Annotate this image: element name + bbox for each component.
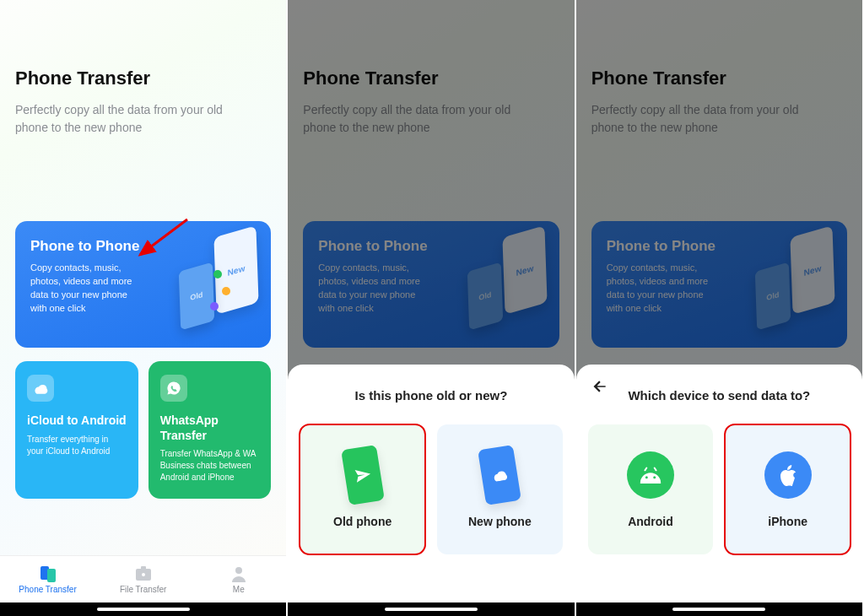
option-old-phone[interactable]: Old phone: [300, 424, 425, 554]
option-label: Android: [628, 515, 673, 528]
system-bar: [0, 602, 286, 616]
old-phone-icon: [338, 451, 387, 500]
whatsapp-icon: [160, 375, 187, 402]
nav-label: File Transfer: [120, 585, 167, 594]
card-title: iCloud to Android: [27, 413, 127, 429]
panel-step3: Phone Transfer Perfectly copy all the da…: [576, 0, 864, 616]
card-title: WhatsApp Transfer: [160, 413, 260, 443]
new-phone-icon: [475, 451, 524, 500]
back-button[interactable]: [590, 376, 610, 397]
option-android[interactable]: Android: [588, 424, 714, 554]
svg-point-7: [645, 476, 648, 478]
option-iphone[interactable]: iPhone: [725, 424, 850, 554]
nav-label: Phone Transfer: [19, 585, 76, 594]
phone-transfer-icon: [38, 565, 58, 583]
arrow-left-icon: [591, 378, 608, 395]
card-icloud-to-android[interactable]: iCloud to Android Transfer everything in…: [15, 361, 138, 499]
svg-point-6: [235, 567, 242, 574]
nav-phone-transfer[interactable]: Phone Transfer: [0, 556, 95, 602]
card-phone-to-phone[interactable]: Phone to Phone Copy contacts, music, pho…: [15, 221, 271, 348]
nav-me[interactable]: Me: [191, 556, 286, 602]
card-whatsapp-transfer[interactable]: WhatsApp Transfer Transfer WhatsApp & WA…: [148, 361, 272, 499]
option-new-phone[interactable]: New phone: [437, 424, 563, 554]
svg-rect-4: [141, 566, 146, 570]
sheet-old-or-new: Is this phone old or new? Old phone New …: [288, 365, 574, 602]
panel-step1: Phone Transfer Perfectly copy all the da…: [0, 0, 288, 616]
phones-illustration: New Old: [176, 231, 257, 332]
panel-step2: Phone Transfer Perfectly copy all the da…: [288, 0, 575, 616]
nav-file-transfer[interactable]: File Transfer: [95, 556, 191, 602]
card-desc: Transfer WhatsApp & WA Business chats be…: [160, 448, 260, 484]
sheet-title: Is this phone old or new?: [300, 388, 562, 403]
phone-new-icon: New: [214, 225, 259, 314]
page-title: Phone Transfer: [15, 68, 271, 89]
cloud-icon: [27, 375, 54, 402]
phone-old-icon: Old: [179, 262, 214, 331]
bottom-nav: Phone Transfer File Transfer Me: [0, 555, 286, 602]
screen-home: Phone Transfer Perfectly copy all the da…: [0, 0, 286, 616]
card-desc: Transfer everything in your iCloud to An…: [27, 434, 127, 457]
file-transfer-icon: [133, 565, 154, 583]
svg-point-5: [142, 573, 145, 576]
svg-point-8: [653, 476, 656, 478]
apple-icon: [764, 451, 813, 500]
sheet-target-device: Which device to send data to? Android iP…: [576, 365, 862, 602]
system-bar: [576, 602, 862, 616]
page-subtitle: Perfectly copy all the data from your ol…: [15, 101, 235, 137]
system-bar: [288, 602, 574, 616]
sheet-title: Which device to send data to?: [588, 388, 850, 403]
card-row: iCloud to Android Transfer everything in…: [15, 361, 271, 499]
option-label: New phone: [468, 515, 532, 528]
option-label: iPhone: [768, 515, 807, 528]
person-icon: [229, 565, 249, 583]
svg-rect-2: [47, 569, 56, 582]
option-label: Old phone: [333, 515, 392, 528]
nav-label: Me: [233, 585, 245, 594]
card-desc: Copy contacts, music, photos, videos and…: [30, 262, 144, 316]
android-icon: [626, 451, 675, 500]
